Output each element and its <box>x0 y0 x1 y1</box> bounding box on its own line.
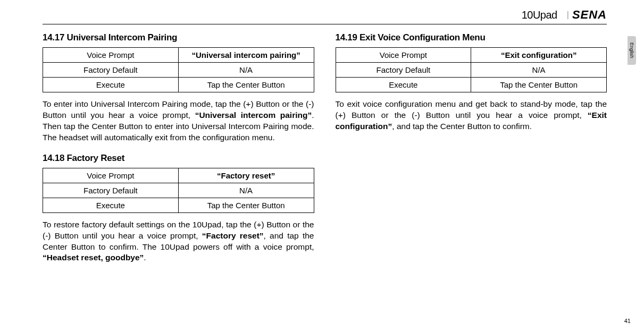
product-name: 10Upad <box>522 9 557 21</box>
table-cell: N/A <box>471 63 607 78</box>
table-cell: Execute <box>43 78 179 92</box>
table-cell: Factory Default <box>336 63 471 78</box>
text: . <box>144 253 146 262</box>
paragraph-1418: To restore factory default settings on t… <box>43 219 314 264</box>
page-header: 10Upad | SENA <box>43 8 607 24</box>
right-column: 14.19 Exit Voice Configuration Menu Voic… <box>336 32 607 273</box>
table-cell: “Exit configuration” <box>471 48 607 63</box>
paragraph-1419: To exit voice configuration menu and get… <box>336 99 607 132</box>
table-cell: Tap the Center Button <box>178 78 314 92</box>
table-cell: “Factory reset” <box>178 168 314 183</box>
section-heading-1417: 14.17 Universal Intercom Pairing <box>43 32 314 43</box>
table-cell: Voice Prompt <box>336 48 471 63</box>
text: To exit voice configuration menu and get… <box>336 99 607 120</box>
table-1417: Voice Prompt “Universal intercom pairing… <box>43 47 314 92</box>
divider: | <box>567 10 569 20</box>
table-1418: Voice Prompt “Factory reset” Factory Def… <box>43 168 314 213</box>
table-cell: N/A <box>178 63 314 78</box>
table-cell: Execute <box>43 198 179 212</box>
text: , and tap the Center Button to confirm. <box>392 122 532 131</box>
table-cell: Tap the Center Button <box>471 78 607 92</box>
table-cell: Execute <box>336 78 471 92</box>
left-column: 14.17 Universal Intercom Pairing Voice P… <box>43 32 314 273</box>
main-content: 14.17 Universal Intercom Pairing Voice P… <box>43 32 607 273</box>
table-cell: Voice Prompt <box>43 48 179 63</box>
paragraph-1417: To enter into Universal Intercom Pairing… <box>43 99 314 143</box>
text-bold: “Factory reset” <box>202 231 264 240</box>
table-cell: Voice Prompt <box>43 168 179 183</box>
table-cell: N/A <box>178 183 314 198</box>
page-number: 41 <box>624 318 631 324</box>
language-tab: English <box>628 36 636 65</box>
table-cell: Tap the Center Button <box>178 198 314 212</box>
table-1419: Voice Prompt “Exit configuration” Factor… <box>336 47 607 92</box>
section-heading-1418: 14.18 Factory Reset <box>43 153 314 164</box>
text-bold: “Headset reset, goodbye” <box>43 253 144 262</box>
brand-logo: SENA <box>572 8 607 22</box>
text-bold: “Universal intercom pairing” <box>195 110 312 120</box>
table-cell: Factory Default <box>43 63 179 78</box>
table-cell: Factory Default <box>43 183 179 198</box>
table-cell: “Universal intercom pairing” <box>178 48 314 63</box>
section-heading-1419: 14.19 Exit Voice Configuration Menu <box>336 32 607 43</box>
